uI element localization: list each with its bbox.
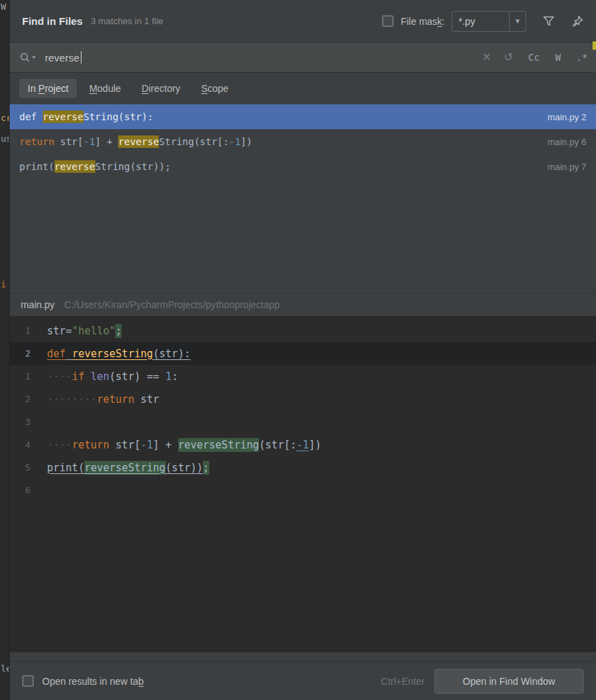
search-icon[interactable]: [19, 52, 38, 64]
revert-icon[interactable]: ↺: [503, 52, 512, 63]
code-segment: reverse: [118, 135, 159, 148]
code-segment: "hello": [72, 325, 115, 337]
result-text: print(reverseString(str));: [19, 161, 171, 172]
code-segment: reverseString: [178, 438, 259, 452]
line-number: 6: [10, 485, 40, 495]
code-segment: ] +: [95, 136, 119, 147]
code-line: 3: [10, 410, 596, 433]
dialog-title: Find in Files: [22, 15, 83, 27]
background-text-fragment: us: [1, 133, 10, 144]
stripe-mark: [593, 41, 596, 50]
background-text-fragment: W: [1, 1, 6, 12]
background-text-fragment: i: [1, 279, 6, 290]
code-segment: ]): [309, 439, 321, 451]
code-text: def reverseString(str):: [40, 348, 191, 360]
result-location: main.py 2: [548, 112, 586, 122]
code-segment: (str):: [153, 348, 191, 360]
code-segment: String(str[:: [159, 136, 229, 147]
search-field[interactable]: reverse ✕ ↺ Cc W .*: [10, 42, 596, 73]
scope-tab-in-project[interactable]: In Project: [19, 79, 77, 98]
code-segment: String(str):: [84, 111, 153, 122]
line-number: 1: [10, 325, 40, 336]
code-segment: ]): [240, 136, 252, 147]
background-text-fragment: cr: [1, 113, 10, 123]
code-segment: ] +: [153, 439, 178, 451]
match-case-toggle[interactable]: Cc: [528, 52, 540, 63]
result-text: return str[-1] + reverseString(str[:-1]): [19, 136, 252, 147]
screen: Wcrusile Find in Files 3 matches in 1 fi…: [0, 0, 596, 700]
scope-tab-scope[interactable]: Scope: [193, 79, 237, 98]
preview-file-name: main.py: [21, 299, 55, 310]
code-segment: 1: [166, 370, 172, 383]
code-segment: ;: [203, 461, 209, 475]
code-line: 1str="hello";: [10, 319, 596, 342]
open-results-checkbox[interactable]: [22, 675, 34, 687]
code-segment: return: [72, 439, 109, 451]
open-results-label: Open results in new tab: [42, 676, 144, 687]
code-segment: str[: [55, 136, 84, 147]
open-in-find-window-button[interactable]: Open in Find Window: [434, 669, 584, 694]
code-segment: [84, 370, 90, 383]
background-editor-strip: Wcrusile: [0, 0, 10, 700]
result-location: main.py 7: [548, 162, 586, 172]
file-mask-combo[interactable]: *.py ▼: [452, 11, 526, 32]
results-list: def reverseString(str):main.py 2return s…: [10, 104, 596, 293]
preview-header: main.py C:/Users/Kiran/PycharmProjects/p…: [10, 293, 596, 316]
search-result-row[interactable]: return str[-1] + reverseString(str[:-1])…: [10, 129, 596, 154]
code-segment: str=: [47, 325, 72, 337]
pin-icon[interactable]: [571, 15, 584, 28]
code-segment: reverseString: [72, 348, 153, 360]
dialog-header: Find in Files 3 matches in 1 file File m…: [10, 0, 596, 42]
find-in-files-dialog: Find in Files 3 matches in 1 file File m…: [10, 0, 596, 700]
code-line: 2def reverseString(str):: [10, 342, 596, 365]
file-mask-checkbox[interactable]: [382, 15, 394, 27]
words-toggle[interactable]: W: [555, 52, 561, 63]
code-segment: return: [19, 136, 55, 147]
dialog-footer: Open results in new tab Ctrl+Enter Open …: [10, 661, 596, 700]
result-location: main.py 6: [548, 137, 586, 147]
code-text: ····return str[-1] + reverseString(str[:…: [40, 439, 321, 451]
file-mask-value: *.py: [452, 16, 509, 27]
search-query: reverse: [45, 52, 79, 64]
search-result-row[interactable]: def reverseString(str):main.py 2: [10, 104, 596, 129]
filter-icon[interactable]: [543, 16, 555, 27]
result-text: def reverseString(str):: [19, 111, 153, 122]
line-number: 2: [10, 348, 40, 359]
code-segment: (str)): [166, 462, 203, 474]
clear-search-icon[interactable]: ✕: [482, 52, 491, 63]
code-segment: str[: [109, 439, 140, 451]
code-line: 2········return str: [10, 388, 596, 410]
chevron-down-icon[interactable]: ▼: [509, 12, 526, 31]
code-segment: str: [134, 393, 159, 406]
code-text: ····if len(str) == 1:: [40, 370, 178, 383]
text-caret: [81, 51, 81, 64]
scope-tab-directory[interactable]: Directory: [133, 79, 189, 98]
code-segment: -1: [229, 136, 240, 147]
code-segment: return: [97, 393, 134, 406]
spacer: [10, 652, 596, 661]
regex-toggle[interactable]: .*: [576, 52, 588, 63]
editor-preview[interactable]: 1str="hello";2def reverseString(str):1··…: [10, 316, 596, 652]
code-line: 4····return str[-1] + reverseString(str[…: [10, 433, 596, 456]
code-line: 6: [10, 479, 596, 502]
search-result-row[interactable]: print(reverseString(str));main.py 7: [10, 154, 596, 179]
preview-file-path: C:/Users/Kiran/PycharmProjects/pythonpro…: [64, 299, 280, 310]
code-segment: len: [90, 370, 109, 383]
code-segment: :: [172, 370, 178, 383]
line-number: 1: [10, 371, 40, 381]
file-mask-label: File mask:: [401, 16, 445, 27]
code-text: ········return str: [40, 393, 160, 406]
code-segment: -1: [84, 136, 95, 147]
code-segment: ····: [47, 370, 72, 383]
line-number: 3: [10, 417, 40, 427]
code-line: 1····if len(str) == 1:: [10, 365, 596, 388]
code-segment: -1: [296, 439, 309, 451]
shortcut-hint: Ctrl+Enter: [381, 676, 425, 687]
code-segment: print(: [47, 462, 84, 474]
code-segment: ········: [47, 393, 97, 406]
line-number: 5: [10, 462, 40, 473]
scope-tab-module[interactable]: Module: [81, 79, 129, 98]
line-number: 4: [10, 439, 40, 450]
code-segment: String(str));: [95, 161, 171, 172]
code-segment: reverseString: [84, 461, 165, 475]
